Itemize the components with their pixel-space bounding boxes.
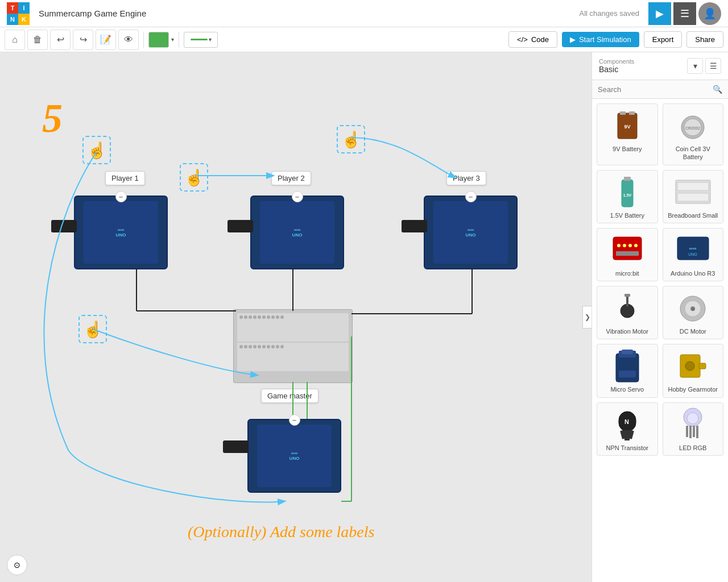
component-dc-motor[interactable]: ⚙ DC Motor (663, 286, 724, 339)
hand-pointer-box-1: ☝ (82, 136, 111, 164)
line-style[interactable]: ▾ (184, 32, 218, 48)
breadboard[interactable] (233, 309, 353, 383)
1-5v-battery-label: 1.5V Battery (610, 211, 644, 219)
component-microbit[interactable]: micro:bit (597, 228, 658, 281)
svg-text:UNO: UNO (688, 252, 697, 256)
app-title: Summercamp Game Engine (39, 9, 570, 18)
zoom-fit-btn[interactable]: ⊙ (7, 555, 27, 575)
arduino3-brand: ∞∞ (466, 227, 476, 232)
component-led-rgb[interactable]: LED RGB (663, 402, 724, 456)
logo: T I N K (7, 2, 30, 25)
canvas-area[interactable]: 5 ☝ ☝ ☝ ☝ − ∞∞ UNO − ∞∞ UNO − (0, 52, 592, 582)
header-right: ▶ ☰ 👤 (648, 2, 721, 25)
code-button[interactable]: </> Code (508, 31, 557, 48)
svg-rect-55 (696, 426, 698, 438)
component-9v-battery[interactable]: 9V 9V Battery (597, 103, 658, 165)
line-arrow: ▾ (209, 36, 212, 43)
logo-t: T (7, 2, 18, 14)
right-panel: Components Basic ▾ ☰ 🔍 9V (592, 52, 728, 582)
svg-rect-17 (624, 177, 631, 181)
svg-rect-40 (622, 350, 633, 354)
component-coin-cell[interactable]: CR2032 Coin Cell 3V Battery (663, 103, 724, 165)
component-1-5v-battery[interactable]: 1.5V 1.5V Battery (597, 170, 658, 223)
annotation-gamemaster: Game master (261, 389, 318, 403)
svg-rect-27 (616, 251, 639, 256)
logo-k: K (18, 14, 30, 25)
svg-rect-10 (620, 111, 626, 115)
note-btn[interactable]: 📝 (96, 30, 116, 50)
player3-arduino[interactable]: − ∞∞ UNO (424, 196, 518, 269)
arduino1-brand: ∞∞ (116, 227, 126, 232)
redo-btn[interactable]: ↪ (73, 30, 93, 50)
panel-dropdown-btn[interactable]: ▾ (687, 58, 703, 74)
components-label: Components (599, 58, 682, 65)
npn-transistor-img: N (608, 408, 647, 442)
led-rgb-img (673, 408, 712, 442)
micro-servo-img (608, 349, 647, 383)
component-micro-servo[interactable]: Micro Servo (597, 344, 658, 397)
svg-rect-21 (677, 193, 709, 201)
search-icon: 🔍 (713, 85, 722, 94)
share-button[interactable]: Share (686, 31, 723, 48)
npn-transistor-label: NPN Transistor (606, 444, 648, 452)
undo-btn[interactable]: ↩ (50, 30, 71, 50)
microbit-img (608, 233, 647, 267)
annotation-player1: Player 1 (105, 171, 145, 185)
svg-text:∞∞: ∞∞ (689, 246, 696, 251)
svg-point-44 (685, 361, 694, 371)
arduinogm-brand: ∞∞ (289, 451, 300, 456)
avatar-btn[interactable]: 👤 (698, 2, 721, 25)
component-breadboard[interactable]: Breadboard Small (663, 170, 724, 223)
optional-label: (Optionally) Add some labels (188, 523, 374, 541)
player3-jack (402, 220, 427, 232)
view-btn[interactable]: 👁 (118, 30, 139, 50)
player2-arduino[interactable]: − ∞∞ UNO (250, 196, 344, 269)
svg-rect-22 (613, 237, 642, 260)
components-grid: 9V 9V Battery CR2032 Coin Cell 3V Batter… (592, 99, 728, 582)
svg-point-26 (634, 244, 638, 247)
components-type: Basic (599, 65, 682, 74)
logo-i: I (18, 2, 30, 14)
svg-rect-38 (616, 354, 639, 382)
coin-cell-label: Coin Cell 3V Battery (665, 145, 721, 161)
color-arrow[interactable]: ▾ (171, 36, 174, 43)
arduino1-model: UNO (116, 232, 126, 238)
svg-point-24 (623, 244, 626, 247)
svg-rect-53 (689, 426, 692, 438)
color-picker[interactable] (148, 32, 169, 48)
header: T I N K Summercamp Game Engine All chang… (0, 0, 728, 27)
svg-text:1.5V: 1.5V (623, 193, 632, 197)
1-5v-battery-img: 1.5V (608, 175, 647, 209)
start-simulation-button[interactable]: ▶ Start Simulation (562, 32, 639, 47)
component-vibration-motor[interactable]: Vibration Motor (597, 286, 658, 339)
svg-text:9V: 9V (624, 124, 630, 130)
player1-jack (51, 220, 77, 232)
player1-arduino[interactable]: − ∞∞ UNO (74, 196, 168, 269)
hand-pointer-box-2: ☝ (180, 163, 208, 192)
svg-rect-20 (677, 182, 709, 190)
video-icon-btn[interactable]: ▶ (648, 2, 671, 25)
svg-point-51 (687, 413, 698, 424)
hobby-gearmotor-img (673, 349, 712, 383)
gamemaster-arduino[interactable]: − ∞∞ UNO (247, 419, 341, 493)
export-button[interactable]: Export (644, 31, 682, 48)
svg-text:N: N (624, 418, 629, 425)
panel-list-btn[interactable]: ☰ (705, 58, 721, 74)
hand-pointer-box-4: ☝ (78, 315, 107, 343)
svg-point-23 (617, 244, 621, 247)
home-btn[interactable]: ⌂ (5, 30, 25, 50)
list-icon-btn[interactable]: ☰ (673, 2, 696, 25)
9v-battery-label: 9V Battery (613, 145, 642, 153)
micro-servo-label: Micro Servo (610, 385, 644, 393)
search-input[interactable] (598, 85, 713, 94)
led-rgb-label: LED RGB (679, 444, 706, 452)
collapse-handle[interactable]: ❯ (582, 306, 592, 329)
delete-btn[interactable]: 🗑 (27, 30, 48, 50)
annotation-player2: Player 2 (271, 171, 311, 185)
component-arduino-uno[interactable]: ∞∞ UNO Arduino Uno R3 (663, 228, 724, 281)
component-npn-transistor[interactable]: N NPN Transistor (597, 402, 658, 456)
annotation-player3: Player 3 (446, 171, 486, 185)
arduino3-model: UNO (466, 232, 476, 238)
component-hobby-gearmotor[interactable]: Hobby Gearmotor (663, 344, 724, 397)
microbit-label: micro:bit (615, 269, 639, 277)
